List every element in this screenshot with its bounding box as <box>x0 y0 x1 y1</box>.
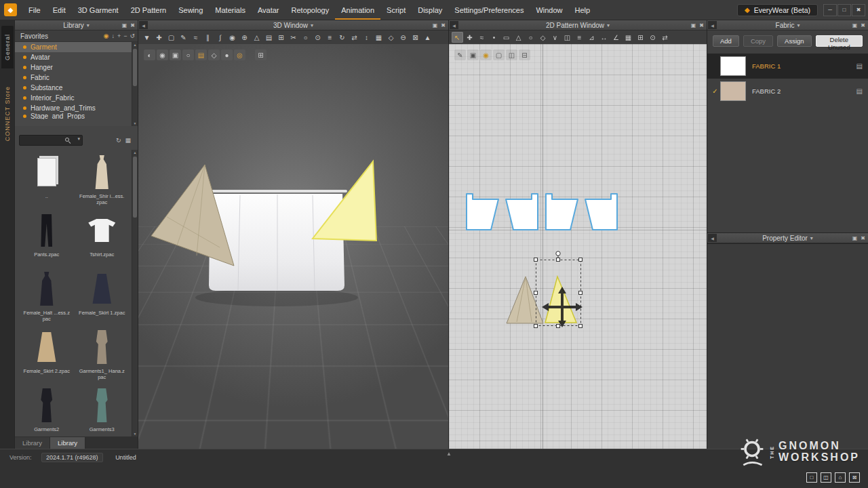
library-tab[interactable]: Library <box>50 437 85 449</box>
grid-snap-icon[interactable]: ⊞ <box>275 32 287 43</box>
scene-options-icon[interactable]: ⊞ <box>255 49 267 60</box>
chevron-down-icon[interactable]: ▾ <box>607 22 610 28</box>
collapse-fabric-icon[interactable]: ◀ <box>708 21 717 29</box>
pattern-pieces[interactable] <box>467 194 617 230</box>
close-icon[interactable]: ✖ <box>699 22 704 28</box>
show-sewing-icon[interactable]: ◉ <box>480 49 492 60</box>
library-item[interactable]: Female_Skirt 1.zpac <box>75 269 130 326</box>
transform-pattern-icon[interactable]: ↖ <box>452 32 463 43</box>
table-cloth[interactable] <box>206 190 347 291</box>
search-filter-caret-icon[interactable]: ▾ <box>77 136 80 142</box>
library-item[interactable]: Female_Shir i...ess.zpac <box>75 152 130 209</box>
menu-item[interactable]: Edit <box>47 0 72 20</box>
render-style-icon[interactable]: ◐ <box>144 49 155 60</box>
chevron-down-icon[interactable]: ▾ <box>87 22 90 28</box>
show-pattern-icon[interactable]: ▣ <box>467 49 479 60</box>
select-move-icon[interactable]: ✚ <box>153 32 165 43</box>
library-item[interactable]: Female_Halt ...ess.zpac <box>19 269 75 326</box>
close-icon[interactable]: ✖ <box>130 22 135 28</box>
edit-sewing-icon[interactable]: ≈ <box>190 32 201 43</box>
chevron-down-icon[interactable]: ▾ <box>311 22 313 28</box>
scroll-up-icon[interactable]: ▲ <box>132 150 138 155</box>
fabric-panel-header[interactable]: ◀ Fabric▾ ▣✖ <box>707 20 868 30</box>
chevron-down-icon[interactable]: ▾ <box>797 22 800 28</box>
fabric-save-icon[interactable]: ▤ <box>856 87 863 95</box>
show-seams-icon[interactable]: ◇ <box>208 49 220 60</box>
free-sewing-icon[interactable]: ∫ <box>214 32 226 43</box>
library-scrollbar[interactable]: ▲ ▼ <box>132 150 138 436</box>
restore-icon[interactable]: □ <box>837 4 851 16</box>
layer-icon[interactable]: ≡ <box>324 32 336 43</box>
edit-texture-icon[interactable]: ✎ <box>454 49 466 60</box>
scrollbar-thumb[interactable] <box>133 49 137 86</box>
close-icon[interactable]: ✖ <box>441 22 446 28</box>
close-icon[interactable]: ✖ <box>852 4 865 16</box>
undock-icon[interactable]: ▣ <box>852 235 858 241</box>
pattern-2d-tan[interactable] <box>507 277 543 323</box>
menu-item[interactable]: Window <box>530 0 568 20</box>
button-tool-icon[interactable]: ◇ <box>385 32 397 43</box>
angle-icon[interactable]: ∠ <box>610 32 622 43</box>
pattern-piece[interactable] <box>585 194 617 230</box>
menu-item[interactable]: Display <box>412 0 448 20</box>
show-pins-icon[interactable]: ○ <box>182 49 194 60</box>
show-garment-icon[interactable]: ▤ <box>195 49 207 60</box>
category-scrollbar[interactable]: ▲ ▼ <box>132 42 138 126</box>
tack-icon[interactable]: ⊕ <box>239 32 250 43</box>
simulate-icon[interactable]: ▼ <box>141 32 153 43</box>
fold-arrangement-icon[interactable]: △ <box>251 32 262 43</box>
edit-curvature-icon[interactable]: ≈ <box>476 32 488 43</box>
library-item[interactable]: Pants.zpac <box>19 211 75 268</box>
trace-tool-icon[interactable]: ◫ <box>561 32 573 43</box>
3d-viewport[interactable]: ◐◉▣○▤◇●◎⊞ <box>138 44 448 449</box>
undock-icon[interactable]: ▣ <box>122 22 127 28</box>
flip-icon[interactable]: ⇄ <box>349 32 360 43</box>
library-search-input[interactable] <box>21 136 64 145</box>
grid-close-icon[interactable]: ⊠ <box>849 472 860 483</box>
delete-unused-button[interactable]: Delete Unused <box>816 35 863 47</box>
wind-icon[interactable]: ▲ <box>422 32 433 43</box>
show-layers-icon[interactable]: ◫ <box>506 49 517 60</box>
copy-fabric-button[interactable]: Copy <box>743 35 773 47</box>
library-item[interactable]: Garments2 <box>19 386 75 434</box>
seam-tape-icon[interactable]: ≡ <box>574 32 585 43</box>
library-category[interactable]: Hardware_and_Trims <box>15 103 138 113</box>
library-category[interactable]: Fabric <box>15 73 138 83</box>
topstitch-icon[interactable]: ⊠ <box>410 32 421 43</box>
library-category[interactable]: Substance <box>15 83 138 93</box>
menu-item[interactable]: Animation <box>335 0 380 20</box>
print-preview-icon[interactable]: ⊟ <box>519 49 530 60</box>
sync-status-icon[interactable]: ◉ <box>104 33 109 39</box>
split-view-icon[interactable]: ◫ <box>821 472 831 483</box>
library-item[interactable]: Garments3 <box>75 386 130 434</box>
rotate-handle[interactable] <box>556 251 560 256</box>
remove-favorite-icon[interactable]: − <box>123 33 127 39</box>
menu-item[interactable]: Sewing <box>172 0 209 20</box>
show-arrangement-icon[interactable]: ▣ <box>170 49 181 60</box>
undock-icon[interactable]: ▣ <box>691 22 696 28</box>
tab-general[interactable]: General <box>1 26 14 68</box>
menu-item[interactable]: Retopology <box>285 0 336 20</box>
menu-item[interactable]: Materials <box>209 0 252 20</box>
everywear-button[interactable]: ◆ EveryWear (Beta) <box>737 4 818 16</box>
collapse-2d-icon[interactable]: ◀ <box>450 21 458 29</box>
fabric-swatch[interactable] <box>720 81 746 101</box>
2d-window-header[interactable]: ◀ 2D Pattern Window▾ ▣✖ <box>449 20 707 30</box>
fabric-swatch[interactable] <box>720 56 746 76</box>
fabric-item[interactable]: FABRIC 1 ▤ <box>707 54 868 79</box>
library-item[interactable]: .. <box>19 152 75 209</box>
fabric-save-icon[interactable]: ▤ <box>856 62 863 70</box>
home-icon[interactable]: ⌂ <box>835 472 846 483</box>
3d-window-header[interactable]: ◀ 3D Window▾ ▣✖ <box>138 20 448 30</box>
solidify-icon[interactable]: ⊙ <box>312 32 323 43</box>
fabric-item[interactable]: ✓ FABRIC 2 ▤ <box>707 79 868 104</box>
chevron-down-icon[interactable]: ▾ <box>810 235 813 241</box>
measure-2d-icon[interactable]: ↔ <box>598 32 610 43</box>
collapse-property-icon[interactable]: ◀ <box>708 234 717 242</box>
add-point-icon[interactable]: • <box>488 32 500 43</box>
symmetry-icon[interactable]: ⇄ <box>659 32 671 43</box>
notch-tool-icon[interactable]: ∨ <box>549 32 561 43</box>
library-category[interactable]: Avatar <box>15 52 138 62</box>
pin-icon[interactable]: ◉ <box>226 32 238 43</box>
zipper-icon[interactable]: ⊖ <box>397 32 409 43</box>
